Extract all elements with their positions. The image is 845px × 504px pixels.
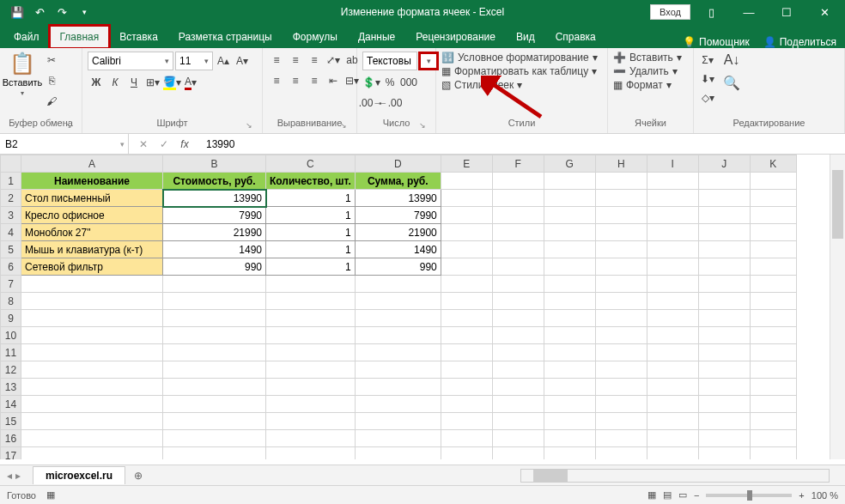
sheet-tab[interactable]: microexcel.ru (33, 466, 125, 484)
cell[interactable] (441, 361, 492, 379)
cell[interactable] (441, 430, 492, 447)
cell[interactable] (163, 430, 266, 447)
align-middle-icon[interactable]: ≡ (287, 52, 304, 69)
cell[interactable] (492, 276, 544, 293)
cell[interactable] (750, 258, 796, 276)
cell[interactable] (544, 361, 595, 379)
cell[interactable] (355, 276, 441, 293)
cell[interactable] (647, 447, 698, 460)
cell[interactable] (544, 344, 595, 361)
col-header[interactable]: C (266, 155, 356, 173)
tab-formulas[interactable]: Формулы (283, 26, 348, 48)
col-header[interactable]: I (647, 155, 698, 173)
cell[interactable] (647, 207, 698, 224)
cell[interactable]: Мышь и клавиатура (к-т) (21, 241, 163, 258)
cell[interactable] (441, 293, 492, 310)
cell[interactable]: 990 (355, 258, 441, 276)
cell[interactable] (441, 241, 492, 258)
view-normal-icon[interactable]: ▦ (647, 489, 656, 501)
cell[interactable] (544, 241, 595, 258)
cell[interactable] (698, 396, 750, 413)
row-header[interactable]: 17 (1, 447, 21, 460)
cell[interactable] (647, 276, 698, 293)
cell[interactable] (492, 379, 544, 396)
cell[interactable] (441, 379, 492, 396)
cell[interactable] (266, 344, 356, 361)
cell[interactable] (750, 430, 796, 447)
cell[interactable] (163, 396, 266, 413)
cell[interactable] (595, 327, 647, 344)
cell[interactable]: 7990 (163, 207, 266, 224)
cell[interactable] (441, 190, 492, 207)
comma-format-icon[interactable]: 000 (400, 74, 417, 91)
cell[interactable] (266, 293, 356, 310)
share-button[interactable]: 👤Поделиться (763, 36, 836, 48)
cell[interactable]: Стоимость, руб. (163, 173, 266, 190)
row-header[interactable]: 4 (1, 224, 21, 241)
font-name-combo[interactable]: Calibri▾ (88, 52, 173, 70)
ribbon-options-icon[interactable]: ▯ (694, 0, 728, 24)
cell[interactable] (647, 310, 698, 327)
cell[interactable] (750, 190, 796, 207)
cell[interactable] (163, 327, 266, 344)
tab-data[interactable]: Данные (348, 26, 405, 48)
cell[interactable]: Наименование (21, 173, 163, 190)
cell[interactable] (595, 258, 647, 276)
cell[interactable] (698, 361, 750, 379)
align-left-icon[interactable]: ≡ (268, 72, 285, 89)
horizontal-scrollbar[interactable] (520, 469, 830, 483)
clipboard-launcher-icon[interactable]: ↘ (63, 119, 75, 131)
cell[interactable] (441, 310, 492, 327)
cell[interactable] (441, 173, 492, 190)
conditional-formatting-button[interactable]: 🔢Условное форматирование▾ (441, 52, 598, 64)
cell[interactable] (163, 293, 266, 310)
row-header[interactable]: 2 (1, 190, 21, 207)
cell[interactable] (266, 430, 356, 447)
cell[interactable] (595, 447, 647, 460)
cell[interactable] (441, 447, 492, 460)
cell[interactable] (355, 344, 441, 361)
row-header[interactable]: 3 (1, 207, 21, 224)
cell[interactable] (266, 447, 356, 460)
cell-styles-button[interactable]: ▧Стили ячеек▾ (441, 79, 522, 91)
cell[interactable] (492, 207, 544, 224)
decrease-indent-icon[interactable]: ⇤ (325, 72, 342, 89)
cell[interactable] (595, 224, 647, 241)
col-header[interactable]: K (750, 155, 796, 173)
cell[interactable] (163, 447, 266, 460)
cell[interactable] (750, 207, 796, 224)
cell[interactable] (698, 310, 750, 327)
col-header[interactable]: J (698, 155, 750, 173)
decrease-decimal-icon[interactable]: ←.00 (381, 94, 398, 112)
cell[interactable] (492, 413, 544, 430)
col-header[interactable]: H (595, 155, 647, 173)
tab-view[interactable]: Вид (506, 26, 545, 48)
align-launcher-icon[interactable]: ↘ (337, 119, 350, 131)
cell[interactable] (492, 293, 544, 310)
row-header[interactable]: 7 (1, 276, 21, 293)
cell[interactable] (595, 241, 647, 258)
tab-review[interactable]: Рецензирование (405, 26, 506, 48)
select-all[interactable] (1, 155, 21, 173)
zoom-out-icon[interactable]: − (694, 490, 699, 501)
cell[interactable] (544, 396, 595, 413)
tell-me[interactable]: 💡Помощник (683, 36, 750, 48)
cell[interactable] (647, 173, 698, 190)
zoom-slider[interactable] (706, 494, 792, 497)
cell[interactable] (698, 344, 750, 361)
cell[interactable] (163, 310, 266, 327)
cell[interactable] (266, 413, 356, 430)
view-break-icon[interactable]: ▭ (678, 489, 687, 501)
cell[interactable] (544, 276, 595, 293)
number-launcher-icon[interactable]: ↘ (416, 119, 429, 131)
cell[interactable] (647, 258, 698, 276)
cell[interactable]: 990 (163, 258, 266, 276)
number-format-combo[interactable]: Текстовы (362, 52, 417, 70)
cell[interactable] (441, 276, 492, 293)
align-center-icon[interactable]: ≡ (287, 72, 304, 89)
formula-input[interactable]: 13990 (199, 138, 845, 150)
cell[interactable] (21, 327, 163, 344)
copy-icon[interactable]: ⎘ (43, 72, 60, 89)
cell[interactable] (544, 224, 595, 241)
cell[interactable]: 7990 (355, 207, 441, 224)
